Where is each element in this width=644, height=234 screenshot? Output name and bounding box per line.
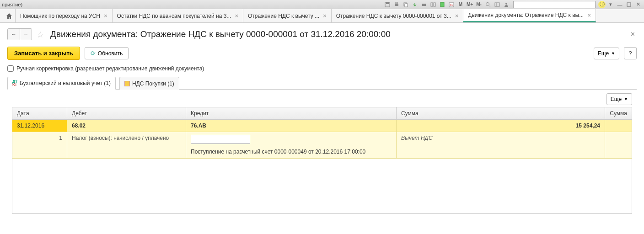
- header-row: ← → ☆ Движения документа: Отражение НДС …: [7, 28, 637, 40]
- help-button[interactable]: ?: [624, 47, 637, 59]
- titlebar-search[interactable]: [513, 1, 596, 8]
- svg-rect-14: [495, 3, 499, 6]
- titlebar-icons: 31 M M+ M- ⓘ ▾ — ✕: [383, 1, 642, 8]
- svg-rect-1: [386, 2, 389, 4]
- svg-rect-6: [422, 4, 426, 6]
- page-close-button[interactable]: ×: [631, 30, 635, 38]
- manual-edit-row: Ручная корректировка (разрешает редактир…: [7, 65, 637, 72]
- window-title: приятие): [2, 2, 383, 7]
- favorite-icon[interactable]: ☆: [37, 30, 46, 39]
- svg-rect-5: [405, 4, 408, 7]
- titlebar: приятие) 31 M M+ M- ⓘ ▾ — ✕: [0, 0, 644, 9]
- table-tools: Еще▼: [7, 93, 637, 105]
- close-icon[interactable]: ×: [104, 12, 107, 19]
- svg-rect-3: [396, 2, 397, 4]
- cell-credit-desc: Поступление на расчетный счет 0000-00004…: [186, 132, 397, 158]
- close-icon[interactable]: ✕: [634, 1, 642, 8]
- svg-rect-8: [434, 3, 435, 6]
- svg-rect-9: [440, 2, 444, 7]
- close-icon[interactable]: ×: [455, 12, 459, 19]
- col-debit[interactable]: Дебет: [67, 107, 186, 119]
- back-button[interactable]: ←: [8, 29, 20, 40]
- mplus-icon[interactable]: M+: [466, 1, 474, 8]
- print-icon[interactable]: [392, 1, 401, 8]
- home-tab[interactable]: [3, 9, 16, 22]
- info-icon[interactable]: ⓘ: [598, 1, 606, 8]
- close-icon[interactable]: ×: [323, 12, 327, 19]
- cell-debit: 68.02: [67, 120, 186, 132]
- cell-date: 31.12.2016: [12, 120, 67, 132]
- cell-credit: 76.АВ: [186, 120, 397, 132]
- cell-debit-desc: Налог (взносы): начислено / уплачено: [67, 132, 186, 158]
- cell-sum: 15 254,24: [397, 120, 605, 132]
- tab-nds-deduct-doc[interactable]: Отражение НДС к вычету 0000-000001 от 3.…: [332, 9, 464, 22]
- calendar-icon[interactable]: 31: [447, 1, 456, 8]
- col-date[interactable]: Дата: [12, 107, 67, 119]
- dropdown-icon[interactable]: ▾: [606, 1, 615, 8]
- page-title: Движения документа: Отражение НДС к выче…: [50, 29, 626, 39]
- svg-line-13: [489, 5, 490, 7]
- cell-sum2: [605, 132, 632, 158]
- table-more-button[interactable]: Еще▼: [606, 93, 632, 105]
- maximize-icon[interactable]: [625, 1, 633, 8]
- refresh-button[interactable]: ⟳Обновить: [85, 47, 129, 59]
- svg-text:31: 31: [450, 4, 453, 6]
- dtkt-icon: ДтКт: [12, 80, 17, 86]
- table-row[interactable]: 1 Налог (взносы): начислено / уплачено П…: [12, 132, 632, 159]
- close-icon[interactable]: ×: [587, 12, 591, 19]
- forward-button[interactable]: →: [20, 29, 32, 40]
- table-row[interactable]: 31.12.2016 68.02 76.АВ 15 254,24: [12, 120, 632, 132]
- grid-header: Дата Дебет Кредит Сумма Сумма: [12, 107, 632, 120]
- minimize-icon[interactable]: —: [616, 1, 624, 8]
- subtabs: ДтКт Бухгалтерский и налоговый учет (1) …: [7, 76, 637, 90]
- credit-edit-field[interactable]: [191, 135, 250, 144]
- print2-icon[interactable]: [420, 1, 428, 8]
- mminus-icon[interactable]: M-: [475, 1, 483, 8]
- chevron-down-icon: ▼: [624, 97, 628, 101]
- save-close-button[interactable]: Записать и закрыть: [7, 47, 80, 60]
- document-icon: [124, 81, 130, 86]
- manual-edit-label: Ручная корректировка (разрешает редактир…: [16, 65, 204, 72]
- cell-sum-desc: Вычет НДС: [397, 132, 605, 158]
- m-icon[interactable]: M: [456, 1, 465, 8]
- cell-sum2: [605, 120, 632, 132]
- copy-icon[interactable]: [402, 1, 410, 8]
- tab-nds-balances[interactable]: Остатки НДС по авансам покупателей на 3.…: [113, 9, 243, 22]
- save-icon[interactable]: [383, 1, 392, 8]
- action-bar: Записать и закрыть ⟳Обновить Еще▼ ?: [7, 47, 637, 60]
- manual-edit-checkbox[interactable]: [7, 65, 14, 72]
- subtab-vat[interactable]: НДС Покупки (1): [119, 77, 179, 90]
- content-area: ← → ☆ Движения документа: Отражение НДС …: [0, 23, 644, 219]
- panel-icon[interactable]: [493, 1, 501, 8]
- user-icon[interactable]: [502, 1, 510, 8]
- svg-rect-2: [395, 4, 398, 6]
- cell-rownum: 1: [12, 132, 67, 158]
- accounting-grid: Дата Дебет Кредит Сумма Сумма 31.12.2016…: [12, 107, 632, 214]
- tab-nds-deduct[interactable]: Отражение НДС к вычету ...×: [243, 9, 332, 22]
- compare-icon[interactable]: [429, 1, 437, 8]
- down-icon[interactable]: [411, 1, 419, 8]
- svg-rect-17: [627, 3, 631, 6]
- col-sum2[interactable]: Сумма: [605, 107, 632, 119]
- tab-usn[interactable]: Помощник по переходу на УСН×: [16, 9, 113, 22]
- refresh-icon: ⟳: [91, 50, 96, 57]
- svg-point-12: [486, 2, 489, 5]
- grid-empty-area: [12, 159, 632, 213]
- col-sum[interactable]: Сумма: [397, 107, 605, 119]
- svg-point-16: [505, 3, 507, 5]
- tab-doc-movements[interactable]: Движения документа: Отражение НДС к вы..…: [463, 9, 596, 22]
- calc-icon[interactable]: [438, 1, 446, 8]
- tabbar: Помощник по переходу на УСН× Остатки НДС…: [0, 9, 644, 23]
- subtab-accounting[interactable]: ДтКт Бухгалтерский и налоговый учет (1): [7, 77, 116, 90]
- more-button[interactable]: Еще▼: [594, 48, 619, 59]
- nav-buttons: ← →: [7, 28, 32, 40]
- svg-rect-7: [431, 3, 433, 6]
- zoom-icon[interactable]: [484, 1, 492, 8]
- col-credit[interactable]: Кредит: [186, 107, 397, 119]
- chevron-down-icon: ▼: [611, 51, 615, 56]
- close-icon[interactable]: ×: [235, 12, 238, 19]
